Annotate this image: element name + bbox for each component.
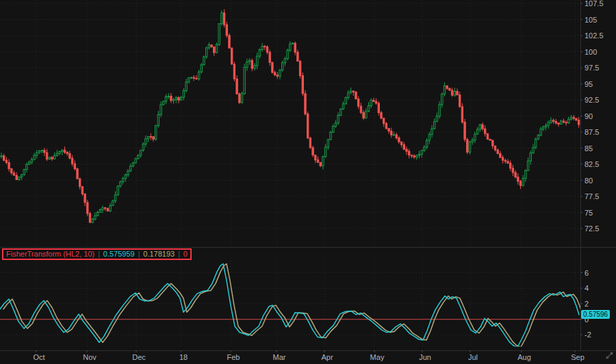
candle <box>272 62 273 74</box>
candle <box>345 96 346 105</box>
candle <box>358 96 359 109</box>
indicator-axis[interactable]: 6420-2 <box>580 269 591 339</box>
candle <box>203 55 205 65</box>
indicator-tick-label: 4 <box>585 284 589 292</box>
candle <box>540 127 541 136</box>
price-tick-label: 85 <box>585 144 593 153</box>
candle <box>150 133 151 140</box>
candle <box>487 133 488 140</box>
candle <box>74 160 75 170</box>
candle <box>548 120 549 129</box>
candle <box>517 173 519 185</box>
candle <box>11 168 12 174</box>
price-tick-label: 100 <box>585 48 597 56</box>
candle <box>400 142 402 148</box>
candle <box>147 136 149 142</box>
candle <box>309 137 311 148</box>
candle <box>413 154 415 159</box>
candle <box>535 138 537 149</box>
price-tick-label: 82.5 <box>585 160 599 168</box>
candle <box>107 207 108 211</box>
candle <box>181 96 182 101</box>
candle <box>485 125 486 136</box>
candle <box>130 164 131 172</box>
indicator-legend[interactable]: FisherTransform (HL2, 10) | 0.575959 | 0… <box>2 248 192 260</box>
indicator-title[interactable]: FisherTransform (HL2, 10) <box>6 250 94 259</box>
candle <box>573 115 574 120</box>
candles-layer <box>1 10 580 224</box>
candle <box>190 77 192 79</box>
price-tick-label: 77.5 <box>585 192 599 200</box>
indicator-trigger-value: 0.178193 <box>143 250 175 259</box>
candle <box>290 41 291 52</box>
candle <box>368 102 369 112</box>
candle <box>378 101 379 116</box>
candle <box>441 92 443 107</box>
candle <box>201 63 202 74</box>
candle <box>64 146 65 154</box>
candle <box>79 177 81 190</box>
candle <box>333 125 334 133</box>
candle <box>302 73 303 96</box>
candle <box>54 153 55 160</box>
chart-canvas[interactable]: 107.5105102.510097.59592.59087.58582.580… <box>0 0 616 364</box>
candle <box>388 128 389 133</box>
candle <box>497 148 498 155</box>
candle <box>269 50 270 66</box>
candle <box>135 157 136 164</box>
indicator-tick-label: 6 <box>585 269 589 277</box>
candle <box>142 142 144 152</box>
candle <box>324 144 326 158</box>
candle <box>138 154 139 159</box>
candle <box>102 205 103 213</box>
time-tick-label: Apr <box>321 353 333 361</box>
candle <box>223 10 224 28</box>
candle <box>489 139 491 140</box>
candle <box>335 120 336 129</box>
candle <box>188 77 190 83</box>
candle <box>467 138 468 154</box>
candle <box>277 72 278 79</box>
candle <box>563 118 564 123</box>
candle <box>246 59 248 71</box>
candle <box>1 153 2 159</box>
candle <box>472 138 473 145</box>
candle <box>474 132 476 144</box>
candle <box>259 49 260 59</box>
candle <box>163 101 164 105</box>
pane-resize-icon[interactable] <box>606 352 613 359</box>
indicator-tick-label: 2 <box>585 300 589 308</box>
candle <box>279 69 281 79</box>
candle <box>183 88 184 100</box>
candle <box>428 132 430 144</box>
candle <box>216 42 217 53</box>
candle <box>69 151 70 160</box>
time-axis[interactable]: OctNovDec18FebMarAprMayJunJulAugSep <box>33 350 584 361</box>
candle <box>373 98 374 103</box>
time-tick-label: Jul <box>468 353 478 361</box>
candle <box>515 170 516 179</box>
price-tick-label: 102.5 <box>585 31 604 40</box>
candle <box>431 125 433 138</box>
price-tick-label: 75 <box>585 209 593 217</box>
price-tick-label: 105 <box>585 16 597 24</box>
candle <box>451 88 452 97</box>
price-tick-label: 107.5 <box>585 0 604 8</box>
candle <box>320 162 321 168</box>
pane-borders <box>0 0 616 351</box>
candle <box>411 155 412 158</box>
candle <box>355 91 357 99</box>
time-tick-label: Dec <box>132 353 146 361</box>
candle <box>16 172 17 180</box>
candle <box>426 138 427 149</box>
candle <box>545 123 546 130</box>
price-axis[interactable]: 107.5105102.510097.59592.59087.58582.580… <box>580 0 604 233</box>
candle <box>570 115 572 120</box>
candle <box>29 160 30 164</box>
price-tick-label: 92.5 <box>585 96 599 104</box>
candle <box>13 170 14 175</box>
time-tick-label: Feb <box>227 353 240 361</box>
candle <box>56 150 57 157</box>
candle <box>208 42 209 50</box>
candle <box>502 155 503 164</box>
